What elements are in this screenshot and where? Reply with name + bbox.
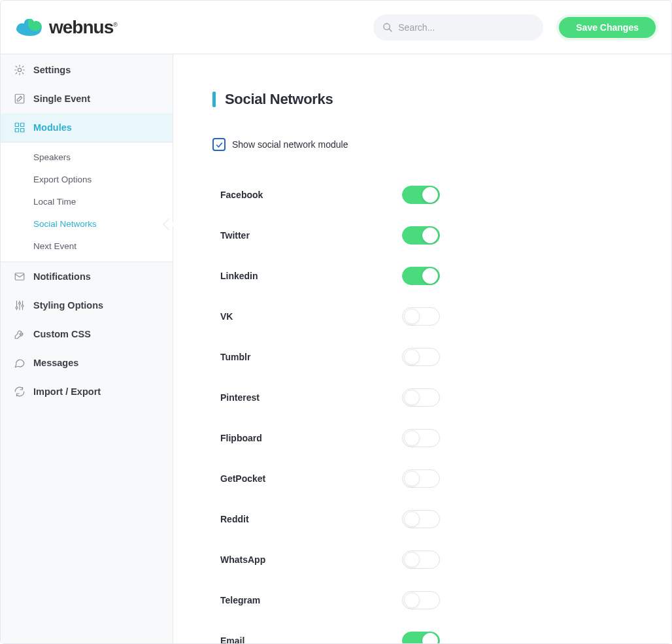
toggle-knob: [422, 633, 438, 643]
network-label: Telegram: [212, 595, 402, 605]
network-row-tumblr: Tumblr: [212, 337, 632, 377]
svg-rect-4: [15, 123, 18, 126]
network-label: Facebook: [212, 190, 402, 200]
page-title-row: Social Networks: [212, 91, 632, 108]
network-label: Twitter: [212, 230, 402, 241]
toggle-knob: [404, 390, 420, 405]
main-content: Social Networks Show social network modu…: [173, 54, 671, 643]
network-row-reddit: Reddit: [212, 499, 632, 539]
network-row-pinterest: Pinterest: [212, 377, 632, 418]
svg-point-2: [18, 68, 21, 71]
network-toggle-twitter[interactable]: [402, 226, 440, 245]
sidebar-subitem-export-options[interactable]: Export Options: [1, 169, 173, 191]
sidebar-item-label: Styling Options: [33, 300, 103, 311]
network-toggle-flipboard[interactable]: [402, 429, 440, 447]
header: webnus® Save Changes: [1, 1, 671, 54]
sidebar-subitem-next-event[interactable]: Next Event: [1, 235, 173, 258]
toggle-knob: [404, 471, 420, 486]
brand-logo-mark: [14, 16, 45, 39]
edit-icon: [14, 93, 25, 105]
svg-point-9: [16, 307, 18, 309]
sidebar-item-label: Notifications: [33, 271, 91, 282]
sidebar-item-label: Single Event: [33, 93, 90, 104]
sidebar-item-modules[interactable]: Modules: [1, 113, 173, 142]
network-label: Flipboard: [212, 433, 402, 443]
show-module-checkbox[interactable]: [212, 138, 226, 151]
toggle-knob: [404, 592, 420, 608]
network-toggle-whatsapp[interactable]: [402, 551, 440, 569]
sidebar-subitem-speakers[interactable]: Speakers: [1, 146, 173, 169]
network-row-linkedin: Linkedin: [212, 256, 632, 296]
brand-logo: webnus®: [14, 16, 117, 39]
wrench-icon: [14, 328, 25, 340]
network-toggle-telegram[interactable]: [402, 591, 440, 609]
networks-list: FacebookTwitterLinkedinVKTumblrPinterest…: [212, 175, 632, 643]
sidebar-item-label: Custom CSS: [33, 329, 91, 339]
toggle-knob: [404, 552, 420, 568]
svg-rect-3: [15, 94, 24, 103]
search-icon: [382, 22, 393, 33]
network-row-email: Email: [212, 620, 632, 643]
sidebar-subitem-local-time[interactable]: Local Time: [1, 191, 173, 213]
brand-name: webnus®: [49, 17, 117, 38]
chat-icon: [14, 357, 25, 369]
show-module-label: Show social network module: [232, 139, 348, 150]
network-row-facebook: Facebook: [212, 175, 632, 215]
svg-rect-6: [15, 129, 18, 132]
svg-rect-5: [21, 123, 24, 126]
search-input[interactable]: [373, 14, 543, 41]
svg-point-11: [22, 305, 24, 307]
sidebar-item-messages[interactable]: Messages: [1, 348, 173, 377]
network-toggle-reddit[interactable]: [402, 510, 440, 528]
network-toggle-pinterest[interactable]: [402, 388, 440, 407]
network-label: Pinterest: [212, 392, 402, 403]
sidebar-item-custom-css[interactable]: Custom CSS: [1, 320, 173, 348]
toggle-knob: [422, 187, 438, 203]
network-label: VK: [212, 311, 402, 322]
show-module-option[interactable]: Show social network module: [212, 138, 632, 151]
toggle-knob: [404, 511, 420, 527]
sidebar-item-settings[interactable]: Settings: [1, 56, 173, 84]
network-label: Tumblr: [212, 352, 402, 362]
search-field[interactable]: [373, 14, 543, 41]
network-toggle-vk[interactable]: [402, 307, 440, 326]
save-button[interactable]: Save Changes: [556, 14, 658, 41]
title-accent-bar: [212, 92, 216, 107]
sliders-icon: [14, 299, 25, 311]
toggle-knob: [422, 228, 438, 243]
check-icon: [215, 141, 224, 149]
network-toggle-linkedin[interactable]: [402, 267, 440, 285]
app-window: webnus® Save Changes SettingsSingle Even…: [0, 0, 672, 644]
refresh-icon: [14, 386, 25, 398]
sidebar-item-label: Settings: [33, 65, 71, 75]
svg-point-10: [19, 303, 21, 305]
network-label: WhatsApp: [212, 554, 402, 565]
network-label: Email: [212, 636, 402, 643]
network-row-flipboard: Flipboard: [212, 418, 632, 458]
gear-icon: [14, 64, 25, 76]
network-row-telegram: Telegram: [212, 580, 632, 620]
network-toggle-getpocket[interactable]: [402, 469, 440, 488]
network-label: Reddit: [212, 514, 402, 524]
network-toggle-email[interactable]: [402, 632, 440, 643]
network-toggle-facebook[interactable]: [402, 186, 440, 204]
sidebar-item-notifications[interactable]: Notifications: [1, 262, 173, 291]
sidebar-item-single-event[interactable]: Single Event: [1, 84, 173, 113]
sidebar-item-label: Import / Export: [33, 386, 101, 397]
sidebar-subitem-social-networks[interactable]: Social Networks: [1, 213, 173, 235]
svg-rect-8: [15, 273, 24, 280]
sidebar-item-styling[interactable]: Styling Options: [1, 291, 173, 320]
grid-icon: [14, 122, 25, 133]
toggle-knob: [422, 268, 438, 284]
network-label: GetPocket: [212, 473, 402, 484]
sidebar-subnav-modules: SpeakersExport OptionsLocal TimeSocial N…: [1, 142, 173, 262]
sidebar-item-import-export[interactable]: Import / Export: [1, 377, 173, 406]
svg-rect-7: [21, 129, 24, 132]
mail-icon: [14, 271, 25, 282]
network-label: Linkedin: [212, 271, 402, 281]
network-toggle-tumblr[interactable]: [402, 348, 440, 366]
sidebar: SettingsSingle EventModulesSpeakersExpor…: [1, 54, 173, 643]
svg-line-1: [389, 29, 392, 31]
network-row-twitter: Twitter: [212, 215, 632, 256]
network-row-whatsapp: WhatsApp: [212, 539, 632, 580]
